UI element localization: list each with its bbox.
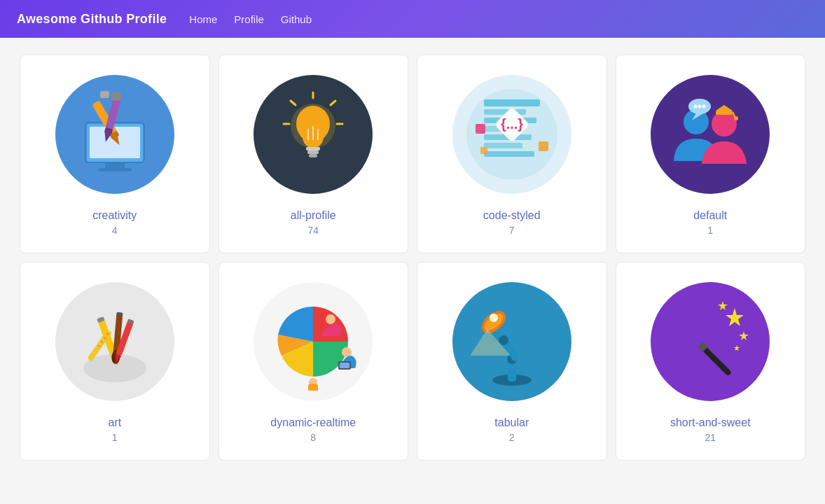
svg-point-66 <box>342 347 352 357</box>
svg-line-23 <box>331 101 335 105</box>
tabular-icon <box>452 282 571 401</box>
svg-rect-32 <box>484 143 522 148</box>
svg-marker-42 <box>716 105 733 111</box>
svg-point-79 <box>490 314 498 322</box>
svg-rect-17 <box>309 154 317 158</box>
svg-rect-15 <box>306 147 320 150</box>
svg-rect-16 <box>307 150 319 154</box>
navbar-brand: Awesome Github Profile <box>17 12 167 27</box>
art-count: 1 <box>112 432 118 443</box>
svg-line-22 <box>291 101 296 105</box>
default-count: 1 <box>707 225 713 236</box>
card-default[interactable]: default 1 <box>616 55 806 253</box>
navbar: Awesome Github Profile Home Profile Gith… <box>0 0 825 38</box>
svg-marker-84 <box>739 331 749 340</box>
card-creativity[interactable]: creativity 4 <box>20 55 210 253</box>
svg-marker-85 <box>734 345 740 351</box>
card-art[interactable]: art 1 <box>20 262 210 461</box>
short-and-sweet-label: short-and-sweet <box>670 416 751 429</box>
svg-rect-27 <box>484 99 540 106</box>
svg-rect-38 <box>480 147 487 154</box>
tabular-label: tabular <box>494 416 529 429</box>
svg-text:{...}: {...} <box>501 116 523 132</box>
card-grid: creativity 4 <box>20 55 805 461</box>
dynamic-realtime-icon <box>254 282 373 401</box>
default-icon <box>651 75 770 194</box>
svg-point-47 <box>694 105 698 108</box>
dynamic-realtime-label: dynamic-realtime <box>270 416 356 429</box>
card-code-styled[interactable]: {...} code-styled 7 <box>417 55 607 253</box>
svg-rect-11 <box>111 92 121 101</box>
svg-rect-12 <box>100 91 109 98</box>
short-and-sweet-icon <box>651 282 770 401</box>
all-profile-label: all-profile <box>291 209 336 222</box>
code-styled-icon: {...} <box>452 75 571 194</box>
svg-rect-2 <box>105 162 125 168</box>
short-and-sweet-count: 21 <box>705 432 716 443</box>
nav-home[interactable]: Home <box>189 13 217 25</box>
creativity-label: creativity <box>92 209 137 222</box>
svg-rect-33 <box>484 151 534 157</box>
tabular-count: 2 <box>509 432 515 443</box>
main-content: creativity 4 <box>0 38 825 504</box>
svg-point-44 <box>734 116 738 120</box>
card-all-profile[interactable]: all-profile 74 <box>219 55 409 253</box>
card-tabular[interactable]: tabular 2 <box>417 262 607 461</box>
all-profile-count: 74 <box>307 225 319 236</box>
default-label: default <box>693 209 727 222</box>
nav-profile[interactable]: Profile <box>234 13 264 25</box>
nav-github[interactable]: Github <box>281 13 312 25</box>
svg-rect-41 <box>716 111 733 115</box>
svg-point-49 <box>702 105 706 108</box>
svg-point-65 <box>326 314 335 324</box>
svg-marker-83 <box>718 301 728 310</box>
svg-point-40 <box>712 111 737 136</box>
all-profile-icon <box>254 75 373 194</box>
code-styled-count: 7 <box>509 225 515 236</box>
svg-rect-36 <box>476 124 485 134</box>
svg-rect-56 <box>116 312 123 316</box>
creativity-icon <box>55 75 174 194</box>
svg-marker-82 <box>726 308 744 326</box>
code-styled-label: code-styled <box>483 209 541 222</box>
card-short-and-sweet[interactable]: short-and-sweet 21 <box>616 262 806 461</box>
svg-rect-70 <box>340 363 349 368</box>
art-icon <box>55 282 174 401</box>
art-label: art <box>108 416 121 429</box>
svg-point-48 <box>698 105 702 108</box>
creativity-count: 4 <box>112 225 118 236</box>
svg-rect-37 <box>539 141 548 151</box>
svg-rect-68 <box>308 384 318 391</box>
card-dynamic-realtime[interactable]: dynamic-realtime 8 <box>219 262 409 461</box>
navbar-links: Home Profile Github <box>189 13 312 25</box>
svg-rect-3 <box>98 168 132 172</box>
dynamic-realtime-count: 8 <box>310 432 316 443</box>
